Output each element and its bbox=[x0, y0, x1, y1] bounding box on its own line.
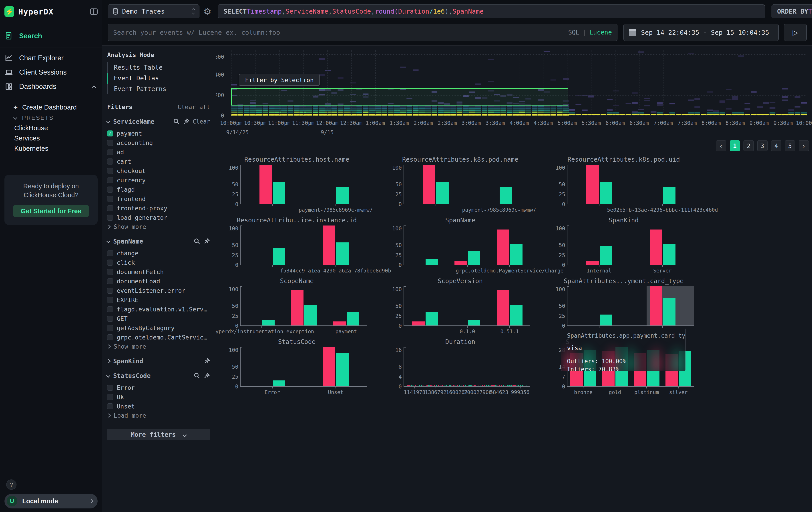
inlier-bar[interactable] bbox=[426, 259, 438, 265]
more-filters-button[interactable]: More filters bbox=[107, 429, 210, 440]
filter-checkbox-row[interactable]: documentFetch bbox=[107, 267, 210, 276]
outlier-bar[interactable] bbox=[423, 165, 435, 204]
outlier-bar[interactable] bbox=[259, 165, 272, 204]
sql-select-input[interactable]: SELECT Timestamp, ServiceName, StatusCod… bbox=[218, 4, 765, 18]
chart-plot[interactable]: 10050250@hyperdx/instrumentation-excepti… bbox=[240, 286, 367, 326]
page-button-2[interactable]: 2 bbox=[744, 140, 754, 152]
filter-checkbox-row[interactable]: documentLoad bbox=[107, 276, 210, 286]
checkbox[interactable] bbox=[107, 187, 113, 193]
inlier-bar[interactable] bbox=[273, 380, 285, 386]
outlier-bar[interactable] bbox=[412, 321, 425, 325]
search-icon[interactable] bbox=[194, 238, 200, 245]
sidebar-item-dashboards[interactable]: Dashboards bbox=[4, 79, 97, 94]
inlier-bar[interactable] bbox=[600, 246, 612, 265]
page-button-4[interactable]: 4 bbox=[771, 140, 781, 152]
checkbox[interactable] bbox=[107, 403, 113, 409]
checkbox[interactable] bbox=[107, 260, 113, 266]
chart-plot[interactable]: 10050250InternalServer bbox=[567, 225, 694, 265]
pin-icon[interactable] bbox=[183, 118, 190, 125]
filter-group-clear-button[interactable]: Clear bbox=[193, 118, 210, 125]
filter-checkbox-row[interactable]: eventListener.error bbox=[107, 286, 210, 295]
checkbox[interactable] bbox=[107, 297, 113, 303]
page-prev-button[interactable]: ‹ bbox=[716, 140, 726, 152]
inlier-bar[interactable] bbox=[336, 242, 349, 265]
search-input[interactable] bbox=[113, 29, 568, 36]
outlier-bar[interactable] bbox=[586, 165, 599, 204]
filter-checkbox-row[interactable]: GET bbox=[107, 314, 210, 323]
checkbox[interactable] bbox=[107, 316, 113, 322]
inlier-bar[interactable] bbox=[336, 353, 349, 386]
inlier-bar[interactable] bbox=[468, 320, 480, 325]
sidebar-item-kubernetes[interactable]: Kubernetes bbox=[4, 143, 97, 154]
outlier-bar[interactable] bbox=[323, 225, 335, 265]
help-button[interactable]: ? bbox=[6, 480, 17, 490]
checkbox[interactable] bbox=[107, 288, 113, 294]
sidebar-item-search[interactable]: Search bbox=[4, 30, 97, 42]
inlier-bar[interactable] bbox=[273, 248, 285, 265]
checkbox[interactable] bbox=[107, 269, 113, 275]
filter-checkbox-row[interactable]: EXPIRE bbox=[107, 295, 210, 304]
inlier-bar[interactable] bbox=[436, 182, 449, 204]
filter-by-selection-button[interactable]: Filter by Selection bbox=[239, 74, 320, 86]
checkbox[interactable] bbox=[107, 140, 113, 146]
checkbox[interactable] bbox=[107, 306, 113, 312]
inlier-bar[interactable] bbox=[262, 320, 274, 325]
filter-checkbox-row[interactable]: checkout bbox=[107, 166, 210, 176]
filter-checkbox-row[interactable]: grpc.oteldemo.CartServic… bbox=[107, 332, 210, 342]
create-dashboard-button[interactable]: + Create Dashboard bbox=[4, 102, 97, 113]
filter-checkbox-row[interactable]: click bbox=[107, 258, 210, 267]
inlier-bar[interactable] bbox=[663, 298, 675, 325]
page-button-1[interactable]: 1 bbox=[730, 140, 740, 152]
filter-checkbox-row[interactable]: currency bbox=[107, 176, 210, 185]
inlier-bar[interactable] bbox=[663, 187, 675, 204]
gear-icon[interactable]: ⚙ bbox=[203, 6, 211, 17]
filter-checkbox-row[interactable]: ✓payment bbox=[107, 129, 210, 138]
outlier-bar[interactable] bbox=[497, 290, 509, 325]
checkbox[interactable] bbox=[107, 385, 113, 391]
chart-plot[interactable]: 1684011419781386792160026720002790058462… bbox=[404, 347, 530, 387]
checkbox[interactable] bbox=[107, 325, 113, 331]
filter-group-header[interactable]: SpanKind bbox=[107, 357, 210, 366]
inlier-bar[interactable] bbox=[500, 187, 512, 204]
chart-plot[interactable]: 10050250payment-7985c8969c-mwmw7 bbox=[240, 165, 367, 204]
run-query-button[interactable]: ▷ bbox=[784, 24, 807, 41]
pin-icon[interactable] bbox=[203, 238, 210, 245]
outlier-bar[interactable] bbox=[650, 230, 662, 265]
filter-checkbox-row[interactable]: cart bbox=[107, 157, 210, 166]
order-by-input[interactable]: ORDER BY Timestamp DESC bbox=[772, 4, 812, 18]
checkbox[interactable] bbox=[107, 149, 113, 155]
inlier-bar[interactable] bbox=[600, 315, 612, 325]
sidebar-item-chart-explorer[interactable]: Chart Explorer bbox=[4, 51, 97, 65]
pin-icon[interactable] bbox=[203, 358, 210, 365]
filter-checkbox-row[interactable]: Error bbox=[107, 383, 210, 392]
presets-toggle[interactable]: PRESETS bbox=[4, 113, 97, 123]
filter-checkbox-row[interactable]: flagd bbox=[107, 185, 210, 194]
lang-toggle-sql[interactable]: SQL bbox=[568, 29, 579, 36]
filter-checkbox-row[interactable]: getAdsByCategory bbox=[107, 323, 210, 332]
filter-checkbox-row[interactable]: ad bbox=[107, 147, 210, 157]
chart-plot[interactable]: 10050250grpc.oteldemo.PaymentService/Cha… bbox=[404, 225, 530, 265]
outlier-bar[interactable] bbox=[497, 230, 509, 265]
checkbox[interactable] bbox=[107, 334, 113, 340]
filter-checkbox-row[interactable]: Ok bbox=[107, 392, 210, 402]
chart-plot[interactable]: 10050250f5344ec9-a1ea-4290-a62a-78f5bee8… bbox=[240, 225, 367, 265]
filter-checkbox-row[interactable]: frontend bbox=[107, 194, 210, 204]
search-icon[interactable] bbox=[194, 372, 200, 379]
date-range-picker[interactable]: Sep 14 22:04:35 - Sep 15 10:04:35 bbox=[624, 24, 779, 41]
pin-icon[interactable] bbox=[203, 372, 210, 379]
chart-plot[interactable]: 100502500.1.00.51.1 bbox=[404, 286, 530, 326]
filter-group-header[interactable]: StatusCode bbox=[107, 371, 210, 380]
inlier-bar[interactable] bbox=[510, 305, 523, 325]
lang-toggle-lucene[interactable]: Lucene bbox=[589, 29, 612, 36]
show-more-button[interactable]: Show more bbox=[107, 342, 210, 351]
chart-plot[interactable]: 10050250ErrorUnset bbox=[240, 347, 367, 387]
inlier-bar[interactable] bbox=[336, 187, 349, 204]
analysis-mode-option[interactable]: Event Patterns bbox=[107, 84, 210, 95]
checkbox[interactable] bbox=[107, 196, 113, 202]
outlier-bar[interactable] bbox=[650, 286, 662, 325]
checkbox[interactable] bbox=[107, 394, 113, 400]
sidebar-item-services[interactable]: Services bbox=[4, 133, 97, 143]
checkbox[interactable] bbox=[107, 177, 113, 183]
page-button-5[interactable]: 5 bbox=[785, 140, 795, 152]
inlier-bar[interactable] bbox=[600, 182, 612, 204]
